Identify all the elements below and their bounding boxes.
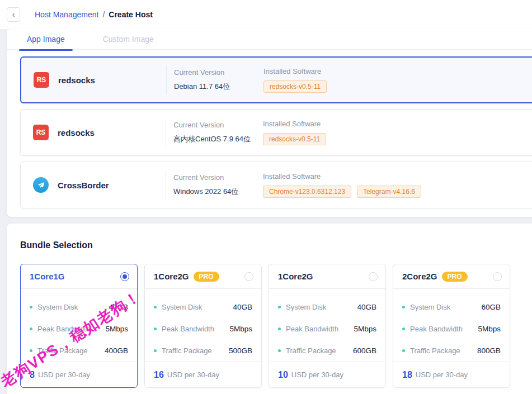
bundle-section-title: Bundle Selection — [7, 224, 532, 250]
bundle-card-specs: System Disk40GB Peak Bandwidth5Mbps Traf… — [145, 289, 261, 362]
image-card-redsocks-debian[interactable]: RS redsocks Current Version Debian 11.7 … — [20, 56, 532, 103]
bundle-price-row: 10 USD per 30-day — [269, 362, 385, 387]
chevron-left-icon: ‹ — [12, 10, 15, 19]
price-value: 8 — [30, 370, 35, 380]
image-card-identity: RS redsocks — [21, 72, 166, 88]
bundle-panel: Bundle Selection 1Core1G System Disk40GB… — [7, 224, 532, 394]
image-card-list: RS redsocks Current Version Debian 11.7 … — [7, 50, 532, 208]
spec-label: Peak Bandwidth — [410, 325, 463, 333]
radio-unselected-icon[interactable] — [244, 272, 253, 281]
redsocks-icon: RS — [34, 72, 49, 88]
bundle-name: 1Core2G — [278, 272, 313, 281]
image-tabs: App Image Custom Image — [7, 29, 532, 50]
spec-label: System Disk — [286, 303, 326, 311]
bundle-card-2core2g-pro[interactable]: 2Core2G PRO System Disk60GB Peak Bandwid… — [393, 264, 510, 388]
installed-software-column: Installed Software redsocks-v0.5-11 — [257, 67, 327, 93]
bundle-card-header: 1Core2G PRO — [145, 264, 261, 289]
price-value: 16 — [154, 370, 164, 380]
bundle-card-1core2g-pro[interactable]: 1Core2G PRO System Disk40GB Peak Bandwid… — [144, 264, 262, 388]
bullet-icon — [154, 327, 157, 330]
radio-unselected-icon[interactable] — [493, 272, 502, 281]
bundle-card-header: 2Core2G PRO — [393, 264, 510, 289]
current-version-value: Debian 11.7 64位 — [174, 82, 257, 92]
bundle-price-row: 16 USD per 30-day — [145, 362, 261, 387]
installed-software-column: Installed Software Chrome-v123.0.6312.12… — [257, 172, 421, 198]
image-card-identity: CrossBorder — [21, 177, 166, 193]
spec-label: System Disk — [162, 303, 202, 311]
spec-label: Peak Bandwidth — [37, 325, 90, 333]
bullet-icon — [278, 327, 281, 330]
bundle-card-header: 1Core1G — [21, 264, 137, 289]
spec-value: 600GB — [353, 346, 376, 355]
bundle-card-1core2g[interactable]: 1Core2G System Disk40GB Peak Bandwidth5M… — [269, 264, 386, 388]
installed-software-label: Installed Software — [263, 67, 327, 75]
tab-app-image[interactable]: App Image — [27, 29, 84, 50]
software-tag: Telegram-v4.16.6 — [357, 186, 421, 198]
back-button[interactable]: ‹ — [7, 7, 20, 22]
radio-unselected-icon[interactable] — [369, 272, 378, 281]
spec-value: 5Mbps — [354, 325, 376, 333]
bundle-card-header: 1Core2G — [269, 264, 385, 289]
spec-value: 500GB — [229, 346, 252, 355]
bullet-icon — [154, 349, 157, 352]
installed-software-column: Installed Software redsocks-v0.5-11 — [257, 120, 326, 145]
bullet-icon — [30, 327, 32, 330]
price-suffix: USD per 30-day — [291, 371, 343, 379]
price-suffix: USD per 30-day — [38, 371, 90, 379]
image-card-title: redsocks — [58, 128, 95, 137]
spec-label: System Disk — [37, 303, 78, 311]
spec-value: 5Mbps — [478, 325, 501, 333]
current-version-value: 高内核CentOS 7.9 64位 — [173, 134, 257, 144]
spec-label: Traffic Package — [37, 346, 88, 355]
price-suffix: USD per 30-day — [167, 371, 219, 379]
breadcrumb-host-management[interactable]: Host Management — [35, 10, 98, 19]
spec-label: Traffic Package — [410, 346, 460, 355]
bundle-price-row: 8 USD per 30-day — [21, 362, 137, 387]
bullet-icon — [402, 306, 405, 308]
bundle-name: 2Core2G — [402, 272, 437, 281]
bullet-icon — [402, 327, 405, 330]
installed-software-label: Installed Software — [263, 120, 326, 128]
bundle-name: 1Core1G — [30, 272, 65, 281]
current-version-column: Current Version 高内核CentOS 7.9 64位 — [166, 121, 257, 144]
pro-badge: PRO — [194, 272, 219, 282]
current-version-label: Current Version — [173, 121, 257, 129]
bundle-card-list: 1Core1G System Disk40GB Peak Bandwidth5M… — [7, 250, 532, 388]
image-card-title: redsocks — [58, 75, 95, 85]
spec-value: 800GB — [477, 346, 501, 355]
breadcrumb: Host Management / Create Host — [35, 10, 153, 19]
redsocks-icon: RS — [33, 125, 49, 140]
bundle-card-1core1g[interactable]: 1Core1G System Disk40GB Peak Bandwidth5M… — [20, 264, 138, 388]
spec-value: 40GB — [109, 303, 128, 311]
software-tag: redsocks-v0.5-11 — [263, 80, 327, 93]
bullet-icon — [30, 306, 32, 308]
bundle-card-specs: System Disk40GB Peak Bandwidth5Mbps Traf… — [269, 289, 385, 362]
bundle-price-row: 18 USD per 30-day — [393, 362, 510, 387]
current-version-column: Current Version Debian 11.7 64位 — [167, 68, 257, 92]
spec-label: Traffic Package — [286, 346, 336, 355]
paper-plane-icon — [33, 177, 49, 193]
spec-value: 60GB — [481, 303, 501, 311]
spec-label: Peak Bandwidth — [286, 325, 338, 333]
current-version-value: Windows 2022 64位 — [173, 187, 257, 197]
software-tag: Chrome-v123.0.6312.123 — [263, 186, 351, 198]
radio-selected-icon[interactable] — [120, 272, 129, 281]
bullet-icon — [278, 349, 281, 352]
tab-custom-image[interactable]: Custom Image — [103, 29, 154, 50]
price-value: 10 — [278, 370, 288, 380]
top-bar: ‹ Host Management / Create Host — [0, 0, 532, 29]
spec-label: Traffic Package — [162, 346, 212, 355]
image-card-title: CrossBorder — [58, 181, 109, 190]
bullet-icon — [30, 349, 32, 352]
image-card-identity: RS redsocks — [21, 125, 166, 140]
bullet-icon — [402, 349, 405, 352]
bullet-icon — [278, 306, 281, 308]
redsocks-icon-text: RS — [37, 76, 46, 84]
current-version-column: Current Version Windows 2022 64位 — [166, 173, 257, 197]
current-version-label: Current Version — [173, 173, 257, 182]
spec-label: System Disk — [410, 303, 450, 311]
image-card-redsocks-centos[interactable]: RS redsocks Current Version 高内核CentOS 7.… — [20, 109, 532, 156]
spec-label: Peak Bandwidth — [162, 325, 214, 333]
price-suffix: USD per 30-day — [416, 371, 468, 379]
image-card-crossborder[interactable]: CrossBorder Current Version Windows 2022… — [20, 162, 532, 208]
